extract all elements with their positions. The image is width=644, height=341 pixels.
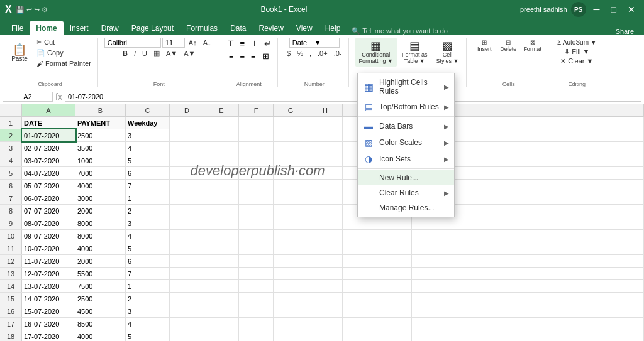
cell-d1[interactable] xyxy=(170,117,204,129)
col-header-g[interactable]: G xyxy=(274,104,308,116)
cell-f12[interactable] xyxy=(239,255,274,267)
cell-j10[interactable] xyxy=(377,230,412,242)
font-size-input[interactable] xyxy=(162,38,185,48)
cell-h13[interactable] xyxy=(308,268,343,279)
align-middle-button[interactable]: ≡ xyxy=(238,38,248,50)
tab-insert[interactable]: Insert xyxy=(64,21,95,35)
font-color-button[interactable]: A▼ xyxy=(181,49,197,58)
align-center-button[interactable]: ≡ xyxy=(238,50,248,62)
cell-j11[interactable] xyxy=(377,242,412,254)
cell-c4[interactable]: 5 xyxy=(126,154,170,166)
cell-f2[interactable] xyxy=(239,129,274,141)
cell-e12[interactable] xyxy=(204,255,239,267)
cell-c5[interactable]: 6 xyxy=(126,167,170,179)
cell-e4[interactable] xyxy=(204,154,239,166)
cell-h14[interactable] xyxy=(308,280,343,292)
format-button[interactable]: ⊠ Format xyxy=(521,38,544,53)
cell-d15[interactable] xyxy=(170,293,204,305)
cell-g5[interactable] xyxy=(274,167,308,179)
cell-h9[interactable] xyxy=(308,217,343,229)
cell-c7[interactable]: 1 xyxy=(126,192,170,204)
align-bottom-button[interactable]: ⊥ xyxy=(248,38,260,50)
cell-g9[interactable] xyxy=(274,217,308,229)
cell-b18[interactable]: 4000 xyxy=(75,330,126,341)
cell-e2[interactable] xyxy=(204,129,239,141)
cell-c18[interactable]: 5 xyxy=(126,330,170,341)
cell-g18[interactable] xyxy=(274,330,308,341)
cell-c11[interactable]: 5 xyxy=(126,242,170,254)
cell-a1[interactable]: DATE xyxy=(22,117,75,129)
cell-b6[interactable]: 4000 xyxy=(75,180,126,192)
cell-e11[interactable] xyxy=(204,242,239,254)
col-header-c[interactable]: C xyxy=(126,104,170,116)
share-button[interactable]: Share xyxy=(611,28,639,35)
cell-b7[interactable]: 3000 xyxy=(75,192,126,204)
decimal-decrease-button[interactable]: .0- xyxy=(331,49,345,58)
formula-input[interactable] xyxy=(65,92,641,102)
cf-menu-color-scales[interactable]: ▨ Color Scales ▶ xyxy=(358,134,454,151)
currency-button[interactable]: $ xyxy=(284,49,293,58)
fill-color-button[interactable]: A▼ xyxy=(164,49,180,58)
font-grow-button[interactable]: A↑ xyxy=(186,38,199,47)
restore-button[interactable]: □ xyxy=(608,4,620,14)
cell-h11[interactable] xyxy=(308,242,343,254)
cell-i10[interactable] xyxy=(343,230,377,242)
cell-d11[interactable] xyxy=(170,242,204,254)
cell-d8[interactable] xyxy=(170,205,204,217)
cell-f4[interactable] xyxy=(239,154,274,166)
cell-a16[interactable]: 15-07-2020 xyxy=(22,305,75,317)
cell-f18[interactable] xyxy=(239,330,274,341)
cell-h3[interactable] xyxy=(308,142,343,154)
tell-me-box[interactable]: 🔍 Tell me what you want to do xyxy=(352,27,448,35)
cf-menu-new-rule[interactable]: New Rule... xyxy=(358,170,454,185)
cell-e14[interactable] xyxy=(204,280,239,292)
decimal-increase-button[interactable]: .0+ xyxy=(315,49,330,58)
cell-f8[interactable] xyxy=(239,205,274,217)
underline-button[interactable]: U xyxy=(140,49,150,58)
cell-d14[interactable] xyxy=(170,280,204,292)
cell-g15[interactable] xyxy=(274,293,308,305)
cell-e7[interactable] xyxy=(204,192,239,204)
user-badge[interactable]: PS xyxy=(571,2,586,17)
cell-a12[interactable]: 11-07-2020 xyxy=(22,255,75,267)
cell-i16[interactable] xyxy=(343,305,377,317)
cell-f14[interactable] xyxy=(239,280,274,292)
cell-b11[interactable]: 4000 xyxy=(75,242,126,254)
cell-g1[interactable] xyxy=(274,117,308,129)
cell-h15[interactable] xyxy=(308,293,343,305)
cf-menu-icon-sets[interactable]: ◑ Icon Sets ▶ xyxy=(358,151,454,167)
cell-h7[interactable] xyxy=(308,192,343,204)
font-shrink-button[interactable]: A↓ xyxy=(201,38,214,47)
tab-page-layout[interactable]: Page Layout xyxy=(125,21,180,35)
clear-button[interactable]: ✕ Clear ▼ xyxy=(558,57,596,66)
cell-j18[interactable] xyxy=(377,330,412,341)
cell-c8[interactable]: 2 xyxy=(126,205,170,217)
cell-d12[interactable] xyxy=(170,255,204,267)
autosum-button[interactable]: Σ AutoSum ▼ xyxy=(555,38,599,47)
cell-d4[interactable] xyxy=(170,154,204,166)
cell-c6[interactable]: 7 xyxy=(126,180,170,192)
cell-c1[interactable]: Weekday xyxy=(126,117,170,129)
tab-help[interactable]: Help xyxy=(319,21,347,35)
col-header-d[interactable]: D xyxy=(170,104,204,116)
cell-d5[interactable] xyxy=(170,167,204,179)
cell-f6[interactable] xyxy=(239,180,274,192)
minimize-button[interactable]: ─ xyxy=(590,4,604,14)
cell-b4[interactable]: 1000 xyxy=(75,154,126,166)
cell-b5[interactable]: 7000 xyxy=(75,167,126,179)
align-top-button[interactable]: ⊤ xyxy=(225,38,236,50)
cell-e16[interactable] xyxy=(204,305,239,317)
cell-c17[interactable]: 4 xyxy=(126,318,170,330)
cell-c15[interactable]: 2 xyxy=(126,293,170,305)
cell-j13[interactable] xyxy=(377,268,412,279)
cell-b14[interactable]: 7500 xyxy=(75,280,126,292)
tab-draw[interactable]: Draw xyxy=(95,21,125,35)
cell-d17[interactable] xyxy=(170,318,204,330)
cell-h16[interactable] xyxy=(308,305,343,317)
cell-c12[interactable]: 6 xyxy=(126,255,170,267)
cell-e3[interactable] xyxy=(204,142,239,154)
cell-b10[interactable]: 8000 xyxy=(75,230,126,242)
cut-button[interactable]: ✂ Cut xyxy=(34,38,94,47)
cell-d7[interactable] xyxy=(170,192,204,204)
cf-menu-top-bottom[interactable]: ▤ Top/Bottom Rules ▶ xyxy=(358,99,454,115)
